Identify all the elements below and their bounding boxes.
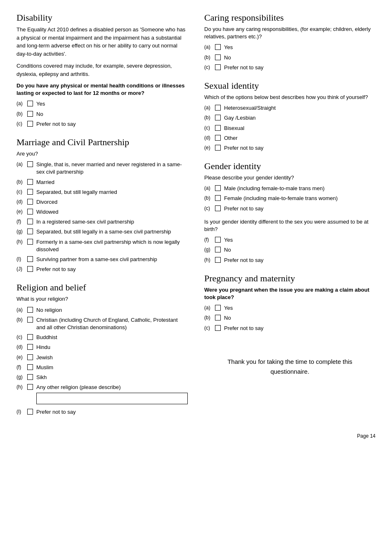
pregnancy-checkbox-a[interactable] [215,305,221,311]
sexual-identity-question: Which of the options below best describe… [204,94,375,101]
caring-checkbox-a[interactable] [215,44,221,50]
thank-you-section: Thank you for taking the time to complet… [204,349,375,385]
sexual-identity-options: (a) Heterosexual/Straight (b) Gay /Lesbi… [204,104,375,152]
pregnancy-option-b: (b) No [204,314,375,322]
religion-other-input[interactable] [36,393,188,404]
gender-identity-options1: (a) Male (including female-to-male trans… [204,185,375,212]
caring-text-a: Yes [224,44,375,51]
marriage-checkbox-d[interactable] [27,199,33,205]
pregnancy-text-c: Prefer not to say [224,325,375,332]
gender-identity-option-f: (f) Yes [204,236,375,244]
marriage-checkbox-h[interactable] [27,239,33,245]
sexual-identity-checkbox-d[interactable] [215,135,221,141]
caring-section: Caring responsibilites Do you have any c… [204,12,375,71]
gender-identity-checkbox-c[interactable] [215,205,221,211]
disability-options: (a) Yes (b) No (c) Prefer not to say [17,100,188,128]
pregnancy-checkbox-b[interactable] [215,315,221,321]
religion-title: Religion and belief [17,282,188,293]
sexual-identity-checkbox-b[interactable] [215,115,221,120]
marriage-text-g: Separated, but still legally in a same-s… [36,228,188,236]
marriage-text-j: Prefer not to say [36,266,188,273]
sexual-identity-option-b: (b) Gay /Lesbian [204,114,375,122]
religion-checkbox-i[interactable] [27,409,33,415]
caring-checkbox-b[interactable] [215,54,221,60]
marriage-option-h: (h) Formerly in a same-sex civil partner… [17,238,188,253]
sexual-identity-checkbox-a[interactable] [215,105,221,111]
gender-identity-section: Gender identity Please describe your gen… [204,161,375,264]
sexual-identity-title: Sexual identity [204,80,375,91]
disability-title: Disability [17,12,188,23]
religion-options: (a) No religion (b) Christian (including… [17,306,188,416]
disability-text-b: No [36,111,188,118]
thank-you-text: Thank you for taking the time to complet… [213,357,367,377]
marriage-checkbox-a[interactable] [27,161,33,167]
gender-identity-checkbox-f[interactable] [215,237,221,243]
gender-identity-question2: Is your gender identity different to the… [204,218,375,233]
disability-option-c: (c) Prefer not to say [17,120,188,128]
sexual-identity-option-e: (e) Prefer not to say [204,144,375,152]
gender-identity-option-c: (c) Prefer not to say [204,205,375,212]
religion-option-c: (c) Buddhist [17,334,188,341]
marriage-checkbox-f[interactable] [27,219,33,224]
disability-question: Do you have any physical or mental healt… [17,82,188,97]
sexual-identity-text-a: Heterosexual/Straight [224,104,375,112]
gender-identity-text-c: Prefer not to say [224,205,375,212]
religion-section: Religion and belief What is your religio… [17,282,188,416]
disability-checkbox-c[interactable] [27,121,33,127]
religion-checkbox-f[interactable] [27,364,33,370]
gender-identity-text-b: Female (including male-to-female trans w… [224,195,375,202]
marriage-text-a: Single, that is, never married and never… [36,161,188,176]
marriage-option-j: (J) Prefer not to say [17,266,188,273]
religion-text-c: Buddhist [36,334,188,341]
caring-question: Do you have any caring responsibilities,… [204,26,375,40]
sexual-identity-checkbox-c[interactable] [215,125,221,131]
religion-checkbox-d[interactable] [27,344,33,350]
pregnancy-question: Were you pregnant when the issue you are… [204,286,375,301]
marriage-checkbox-j[interactable] [27,266,33,272]
religion-checkbox-b[interactable] [27,317,33,323]
gender-identity-text-a: Male (including female-to-male trans men… [224,185,375,192]
caring-checkbox-c[interactable] [215,64,221,70]
marriage-checkbox-g[interactable] [27,229,33,234]
gender-identity-text-h: Prefer not to say [224,257,375,264]
disability-checkbox-a[interactable] [27,101,33,106]
gender-identity-checkbox-g[interactable] [215,247,221,252]
religion-text-b: Christian (including Church of England, … [36,316,188,331]
gender-identity-option-a: (a) Male (including female-to-male trans… [204,185,375,192]
religion-checkbox-e[interactable] [27,354,33,360]
sexual-identity-option-a: (a) Heterosexual/Straight [204,104,375,112]
marriage-text-c: Separated, but still legally married [36,189,188,196]
marriage-text-h: Formerly in a same-sex civil partnership… [36,238,188,253]
sexual-identity-option-c: (c) Bisexual [204,125,375,132]
marriage-checkbox-i[interactable] [27,256,33,262]
caring-option-a: (a) Yes [204,44,375,51]
religion-checkbox-h[interactable] [27,384,33,390]
disability-text-a: Yes [36,100,188,108]
religion-text-a: No religion [36,306,188,314]
marriage-checkbox-b[interactable] [27,179,33,185]
marriage-checkbox-e[interactable] [27,209,33,215]
disability-intro2: Conditions covered may include, for exam… [17,62,188,78]
sexual-identity-text-c: Bisexual [224,125,375,132]
pregnancy-checkbox-c[interactable] [215,325,221,331]
religion-option-h: (h) Any other religion (please describe) [17,384,188,406]
marriage-checkbox-c[interactable] [27,189,33,195]
gender-identity-checkbox-a[interactable] [215,185,221,191]
religion-checkbox-g[interactable] [27,374,33,380]
disability-option-b: (b) No [17,111,188,118]
caring-option-c: (c) Prefer not to say [204,64,375,71]
religion-checkbox-a[interactable] [27,307,33,313]
marriage-option-d: (d) Divorced [17,198,188,206]
gender-identity-text-f: Yes [224,236,375,244]
gender-identity-options2: (f) Yes (g) No (h) Prefer not to say [204,236,375,264]
gender-identity-checkbox-h[interactable] [215,257,221,263]
religion-text-d: Hindu [36,344,188,351]
pregnancy-text-b: No [224,314,375,322]
sexual-identity-checkbox-e[interactable] [215,145,221,151]
disability-checkbox-b[interactable] [27,111,33,117]
religion-checkbox-c[interactable] [27,334,33,340]
gender-identity-checkbox-b[interactable] [215,195,221,201]
religion-option-f: (f) Muslim [17,364,188,371]
marriage-option-i: (I) Surviving partner from a same-sex ci… [17,256,188,263]
gender-identity-text-g: No [224,246,375,254]
